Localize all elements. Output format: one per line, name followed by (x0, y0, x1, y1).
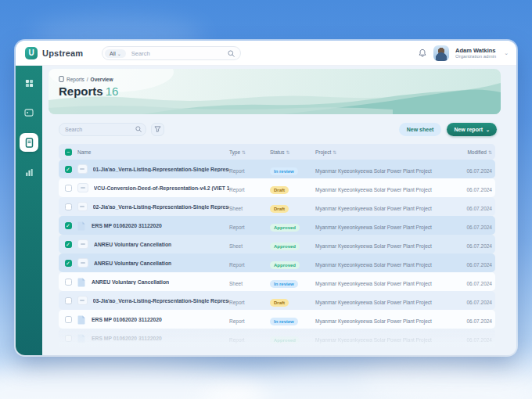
table-row[interactable]: 03-Jia'ao_Verra-Listing-Representation-S… (59, 291, 495, 310)
chevron-down-icon: ⌄ (486, 127, 490, 132)
report-name[interactable]: ERS MP 01062020 31122020 (92, 336, 162, 341)
status-badge: In review (270, 318, 298, 325)
modified-date: 06.07.2024 (466, 168, 492, 174)
row-checkbox[interactable] (65, 203, 72, 210)
report-name[interactable]: 01-Jia'ao_Verra-Listing-Representation-S… (93, 167, 229, 172)
report-name[interactable]: ERS MP 01062020 31122020 (92, 223, 162, 228)
file-icon (77, 315, 86, 325)
new-sheet-button[interactable]: New sheet (399, 123, 442, 136)
status-badge: Approved (270, 224, 300, 232)
row-checkbox[interactable] (65, 335, 72, 342)
file-icon (77, 277, 86, 287)
cloud (360, 352, 532, 399)
project-name: Myanmar Kyeeonkyeewa Solar Power Plant P… (315, 225, 432, 230)
status-badge: Approved (270, 261, 300, 269)
project-name: Myanmar Kyeeonkyeewa Solar Power Plant P… (315, 318, 432, 324)
global-search-input[interactable]: All ⌄ Search (102, 46, 241, 60)
column-header-modified[interactable]: Modified⇅ (448, 149, 495, 155)
sort-icon: ⇅ (286, 150, 289, 155)
dashboard-grid-icon (25, 79, 34, 88)
sidebar-item-analytics[interactable] (20, 163, 38, 182)
row-checkbox[interactable]: ✓ (65, 222, 72, 229)
status-badge: Draft (270, 299, 289, 307)
row-checkbox[interactable] (65, 316, 72, 323)
report-type: Report (229, 262, 245, 268)
breadcrumb-root[interactable]: Reports (66, 77, 84, 82)
sort-icon: ⇅ (488, 150, 492, 155)
sheet-thumbnail-icon (77, 202, 88, 211)
row-checkbox[interactable]: ✓ (65, 166, 72, 173)
select-all-checkbox[interactable]: − (65, 149, 72, 156)
report-name[interactable]: ANREU Voluntary Cancellation (94, 261, 171, 266)
row-checkbox[interactable] (65, 185, 72, 192)
report-name[interactable]: ANREU Voluntary Cancellation (92, 279, 169, 285)
chevron-down-icon: ⌄ (117, 51, 121, 56)
project-name: Myanmar Kyeeonkyeewa Solar Power Plant P… (315, 262, 432, 268)
scope-label: All (110, 51, 116, 56)
status-badge: Approved (270, 243, 300, 250)
report-name[interactable]: 02-Jia'ao_Verra-Listing-Representation-S… (93, 204, 229, 210)
row-checkbox[interactable] (65, 279, 72, 286)
report-type: Sheet (229, 281, 243, 286)
modified-date: 06.07.2024 (466, 225, 492, 230)
project-name: Myanmar Kyeeonkyeewa Solar Power Plant P… (315, 206, 432, 211)
table-row[interactable]: ✓01-Jia'ao_Verra-Listing-Representation-… (59, 160, 495, 178)
row-checkbox[interactable]: ✓ (65, 260, 72, 267)
project-name: Myanmar Kyeeonkyeewa Solar Power Plant P… (315, 243, 432, 249)
table-row[interactable]: 02-Jia'ao_Verra-Listing-Representation-S… (59, 197, 495, 216)
user-avatar[interactable] (433, 45, 449, 61)
modified-date: 06.07.2024 (466, 300, 492, 305)
reports-table: − Name Type⇅ Status⇅ Project⇅ Modified⇅ … (59, 144, 495, 347)
chevron-down-icon[interactable]: ⌄ (504, 50, 509, 56)
sheet-thumbnail-icon (77, 239, 88, 249)
column-header-status[interactable]: Status⇅ (270, 149, 315, 155)
sheet-thumbnail-icon (77, 183, 88, 192)
row-checkbox[interactable]: ✓ (65, 241, 72, 248)
filter-button[interactable] (151, 123, 164, 136)
new-report-button[interactable]: New report ⌄ (447, 123, 497, 136)
page-header-banner: Reports / Overview Reports16 (49, 69, 501, 114)
sidebar-item-cards[interactable] (20, 103, 38, 122)
reports-doc-icon (59, 76, 64, 82)
notifications-bell-icon[interactable] (418, 49, 427, 58)
user-meta[interactable]: Adam Watkins Organization admin (455, 47, 496, 60)
table-search-placeholder: Search (65, 127, 135, 132)
project-name: Myanmar Kyeeonkyeewa Solar Power Plant P… (315, 281, 432, 286)
table-header-row: − Name Type⇅ Status⇅ Project⇅ Modified⇅ (59, 144, 495, 160)
filter-funnel-icon (154, 126, 161, 132)
card-icon (24, 109, 34, 117)
report-name[interactable]: 03-Jia'ao_Verra-Listing-Representation-S… (93, 298, 229, 304)
column-header-name[interactable]: Name (77, 149, 229, 155)
search-icon (228, 50, 235, 57)
table-row[interactable]: ✓ERS MP 01062020 31122020ReportApprovedM… (59, 216, 495, 235)
status-badge: In review (270, 167, 298, 175)
report-document-icon (25, 138, 34, 148)
file-icon (77, 221, 86, 231)
search-scope-dropdown[interactable]: All ⌄ (105, 49, 126, 58)
table-row[interactable]: ERS MP 01062020 31122020ReportApprovedMy… (59, 329, 495, 347)
row-checkbox[interactable] (65, 297, 72, 304)
sidebar-item-reports[interactable] (20, 133, 38, 152)
breadcrumb-current: Overview (91, 77, 113, 82)
table-row[interactable]: ERS MP 01062020 31122020ReportIn reviewM… (59, 310, 495, 329)
sort-icon: ⇅ (332, 150, 336, 155)
report-name[interactable]: VCU-Conversion-Deed-of-Representation-v4… (94, 185, 229, 191)
sheet-thumbnail-icon (77, 258, 88, 268)
column-header-project[interactable]: Project⇅ (315, 149, 448, 155)
sort-icon: ⇅ (242, 150, 246, 155)
table-row[interactable]: VCU-Conversion-Deed-of-Representation-v4… (59, 178, 495, 197)
breadcrumb-separator: / (87, 77, 88, 82)
table-search-input[interactable]: Search (59, 123, 146, 136)
report-name[interactable]: ANREU Voluntary Cancellation (94, 242, 171, 247)
status-badge: Draft (270, 205, 289, 213)
report-name[interactable]: ERS MP 01062020 31122020 (92, 317, 162, 322)
table-row[interactable]: ✓ANREU Voluntary CancellationSheetApprov… (59, 235, 495, 253)
app-window: U Upstream All ⌄ Search Adam Watkins Org… (16, 41, 516, 355)
sidebar-item-dashboard[interactable] (20, 74, 38, 92)
upstream-logo-icon: U (25, 47, 38, 59)
table-row[interactable]: ANREU Voluntary CancellationSheetIn revi… (59, 272, 495, 291)
modified-date: 06.07.2024 (466, 243, 492, 249)
column-header-type[interactable]: Type⇅ (229, 149, 270, 155)
reports-count: 16 (106, 84, 119, 98)
table-row[interactable]: ✓ANREU Voluntary CancellationReportAppro… (59, 253, 495, 272)
